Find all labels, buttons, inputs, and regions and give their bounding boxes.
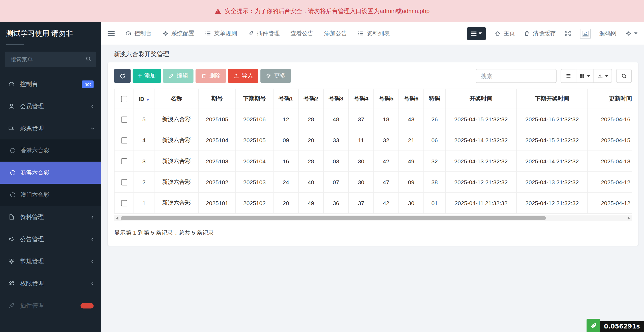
sidebar-item-data[interactable]: 资料管理 (0, 206, 101, 228)
add-button[interactable]: + 添加 (133, 69, 161, 83)
delete-button[interactable]: 删除 (196, 69, 226, 83)
tab-addon-manage[interactable]: 插件管理 (248, 30, 280, 37)
scrollbar-thumb[interactable] (121, 216, 546, 220)
user-settings-dropdown[interactable] (625, 30, 637, 36)
tab-data-list[interactable]: 资料列表 (358, 30, 390, 37)
cell-num4: 30 (349, 172, 374, 193)
cell-issue: 2025105 (199, 109, 236, 130)
sidebar-item-label: 资料管理 (20, 213, 90, 221)
gear-icon (266, 73, 272, 79)
top-navbar: 控制台 系统配置 菜单规则 (101, 22, 644, 45)
tab-label: 插件管理 (257, 30, 280, 37)
cell-id: 3 (134, 151, 154, 172)
horizontal-scrollbar[interactable] (114, 215, 632, 221)
dashboard-icon (125, 30, 131, 36)
sidebar-item-members[interactable]: 会员管理 (0, 95, 101, 117)
row-checkbox[interactable] (121, 200, 127, 206)
table-row[interactable]: 2 新澳六合彩 2025102 2025103 24 40 07 30 47 0… (114, 172, 632, 193)
sidebar-item-lottery[interactable]: 彩票管理 (0, 117, 101, 139)
columns-button[interactable] (576, 69, 594, 83)
sidebar-item-auth[interactable]: 权限管理 (0, 272, 101, 294)
column-header-draw-time: 开奖时间 (445, 89, 516, 109)
file-icon (7, 214, 16, 220)
tab-label: 系统配置 (171, 30, 194, 37)
column-header-id[interactable]: ID (134, 89, 154, 109)
leaf-icon[interactable] (587, 319, 600, 332)
delete-label: 删除 (209, 72, 221, 80)
select-all-header[interactable] (114, 89, 134, 109)
sidebar-item-label: 控制台 (20, 80, 82, 88)
more-button[interactable]: 更多 (261, 69, 291, 83)
tab-label: 资料列表 (367, 30, 390, 37)
sidebar-search-input[interactable] (5, 52, 96, 67)
row-checkbox[interactable] (121, 117, 127, 123)
fullscreen-icon[interactable] (564, 30, 571, 37)
table-toolbar: + 添加 编辑 删除 (114, 69, 632, 83)
cell-next-draw-time: 2025-04-13 21:32:32 (516, 172, 588, 193)
topmenu-dropdown-button[interactable] (467, 27, 486, 40)
import-label: 导入 (242, 72, 253, 80)
table-row[interactable]: 5 新澳六合彩 2025105 2025106 12 28 48 37 18 4… (114, 109, 632, 130)
sidebar-item-addon[interactable]: 插件管理 (0, 294, 101, 317)
sidebar-item-general[interactable]: 常规管理 (0, 250, 101, 272)
view-button-group (561, 69, 612, 83)
checkbox-cell (114, 151, 134, 172)
cell-num5: 32 (374, 130, 398, 151)
toggle-view-button[interactable] (561, 69, 576, 83)
tab-dashboard[interactable]: 控制台 (125, 30, 151, 37)
page-title: 新澳六合彩开奖管理 (114, 50, 637, 58)
refresh-button[interactable] (114, 69, 131, 83)
cell-issue: 2025104 (199, 130, 236, 151)
home-link[interactable]: 主页 (495, 30, 515, 37)
site-link[interactable]: 源码网 (599, 30, 617, 37)
cell-issue: 2025101 (199, 193, 236, 213)
sidebar-item-macau-lottery[interactable]: 澳门六合彩 (0, 184, 101, 206)
cell-num5: 18 (374, 109, 398, 130)
plus-icon: + (138, 72, 142, 79)
import-button[interactable]: 导入 (228, 69, 259, 83)
clear-cache-button[interactable]: 清除缓存 (524, 30, 556, 37)
select-all-checkbox[interactable] (121, 96, 127, 102)
gears-icon (7, 258, 16, 265)
tab-add-announcement[interactable]: 添加公告 (324, 30, 347, 37)
tab-system-config[interactable]: 系统配置 (162, 30, 194, 37)
table-search-input[interactable] (476, 69, 557, 83)
sidebar-item-dashboard[interactable]: 控制台 hot (0, 73, 101, 95)
cell-num5: 42 (374, 151, 398, 172)
home-icon (495, 30, 501, 36)
column-header-next-draw-time: 下期开奖时间 (516, 89, 588, 109)
tab-menu-rules[interactable]: 菜单规则 (205, 30, 237, 37)
trash-icon (524, 30, 530, 36)
scroll-left-arrow-icon[interactable] (116, 216, 118, 220)
pencil-icon (169, 73, 174, 79)
column-header-update-time: 更新时间 (588, 89, 632, 109)
column-header-num4: 号码4 (349, 89, 374, 109)
sidebar-item-xinao-lottery[interactable]: 新澳六合彩 (0, 162, 101, 184)
edit-button[interactable]: 编辑 (163, 69, 194, 83)
cell-special: 01 (424, 193, 445, 213)
sidebar-item-announcement[interactable]: 公告管理 (0, 228, 101, 250)
tab-view-announcement[interactable]: 查看公告 (290, 30, 313, 37)
cell-name: 新澳六合彩 (154, 193, 199, 213)
search-icon (621, 73, 627, 79)
table-row[interactable]: 4 新澳六合彩 2025104 2025105 09 20 33 11 32 2… (114, 130, 632, 151)
search-toggle-button[interactable] (616, 69, 632, 83)
cell-num2: 20 (298, 130, 323, 151)
cell-num6: 30 (399, 193, 424, 213)
sort-desc-icon (146, 99, 149, 101)
row-checkbox[interactable] (121, 179, 127, 186)
sidebar-item-hongkong-lottery[interactable]: 香港六合彩 (0, 139, 101, 162)
hamburger-icon[interactable] (108, 31, 115, 36)
add-label: 添加 (144, 72, 156, 80)
scroll-right-arrow-icon[interactable] (628, 216, 630, 220)
column-header-num5: 号码5 (374, 89, 398, 109)
table-row[interactable]: 3 新澳六合彩 2025103 2025104 16 28 03 30 42 4… (114, 151, 632, 172)
table-row[interactable]: 1 新澳六合彩 2025101 2025102 20 49 36 37 42 3… (114, 193, 632, 213)
cell-draw-time: 2025-04-15 21:32:32 (445, 109, 516, 130)
row-checkbox[interactable] (121, 159, 127, 165)
column-header-issue: 期号 (199, 89, 236, 109)
export-button[interactable] (594, 69, 612, 83)
column-label: 号码1 (279, 95, 293, 102)
avatar[interactable] (580, 28, 591, 38)
row-checkbox[interactable] (121, 138, 127, 144)
